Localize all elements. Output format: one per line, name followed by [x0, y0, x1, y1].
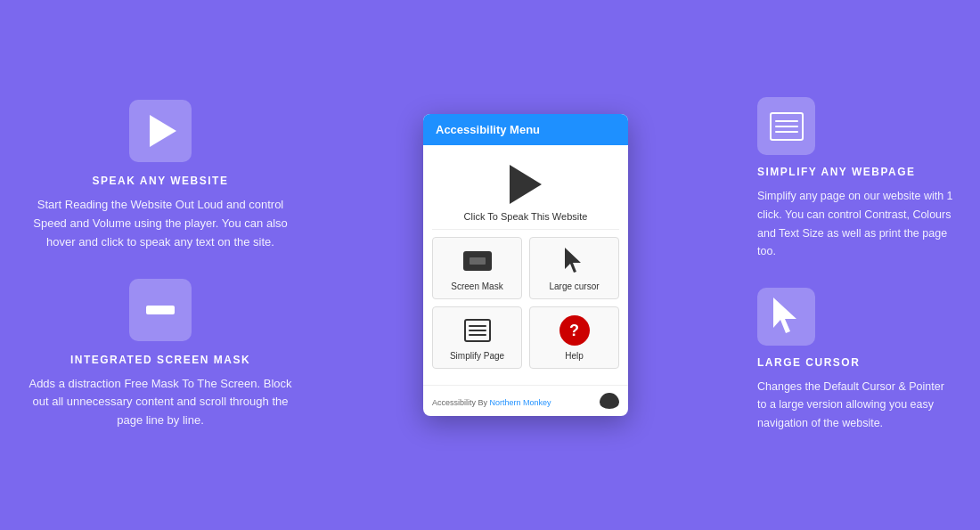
menu-footer: Accessibility By Northern Monkey	[423, 385, 628, 416]
list-line-2	[775, 126, 798, 127]
speak-title: SPEAK ANY WEBSITE	[93, 175, 229, 187]
screen-mask-icon-wrapper	[129, 279, 192, 341]
speak-desc: Start Reading the Website Out Loud and c…	[27, 196, 294, 251]
menu-item-simplify[interactable]: Simplify Page	[432, 306, 522, 369]
left-column: SPEAK ANY WEBSITE Start Reading the Webs…	[27, 100, 294, 430]
svg-marker-1	[773, 298, 796, 333]
large-cursor-right-icon-wrapper	[757, 288, 815, 346]
screen-mask-title: INTEGRATED SCREEN MASK	[70, 354, 250, 366]
menu-header: Accessibility Menu	[423, 114, 628, 145]
footer-link[interactable]: Northern Monkey	[490, 398, 551, 407]
large-cursor-feature-block: LARGE CURSOR Changes the Default Cursor …	[757, 288, 953, 433]
menu-item-screen-mask[interactable]: Screen Mask	[432, 237, 522, 299]
large-cursor-right-icon	[768, 296, 805, 337]
footer-static-text: Accessibility By	[432, 398, 490, 407]
speak-feature-block: SPEAK ANY WEBSITE Start Reading the Webs…	[27, 100, 294, 251]
menu-grid: Screen Mask Large cursor	[432, 237, 619, 369]
simplify-visual	[464, 319, 491, 342]
simplify-right-desc: Simplify any page on our website with 1 …	[757, 187, 953, 261]
large-cursor-right-title: LARGE CURSOR	[757, 356, 860, 369]
simplify-feature-block: SIMPLIFY ANY WEBPAGE Simplify any page o…	[757, 97, 953, 261]
help-menu-label: Help	[565, 351, 584, 361]
minus-icon	[146, 306, 175, 314]
list-icon	[770, 112, 804, 141]
simplify-right-icon-wrapper	[757, 97, 815, 155]
accessibility-menu: Accessibility Menu Click To Speak This W…	[423, 114, 628, 416]
main-container: SPEAK ANY WEBSITE Start Reading the Webs…	[0, 0, 980, 530]
cursor-svg	[561, 246, 588, 276]
center-column: Accessibility Menu Click To Speak This W…	[419, 114, 633, 416]
screen-mask-inner	[470, 257, 486, 265]
right-column: SIMPLIFY ANY WEBPAGE Simplify any page o…	[757, 97, 953, 432]
list-line-1	[775, 120, 798, 122]
large-cursor-menu-label: Large cursor	[549, 281, 599, 291]
speak-section[interactable]: Click To Speak This Website	[432, 154, 619, 230]
simplify-line-3	[469, 334, 486, 336]
list-line-3	[775, 131, 798, 133]
screen-mask-menu-icon	[461, 245, 494, 277]
svg-marker-0	[565, 248, 581, 273]
help-visual: ?	[559, 315, 590, 346]
speak-play-icon	[510, 165, 542, 204]
large-cursor-menu-icon	[559, 245, 591, 277]
menu-item-help[interactable]: ? Help	[529, 306, 619, 369]
large-cursor-right-desc: Changes the Default Cursor & Pointer to …	[757, 378, 953, 433]
screen-mask-desc: Adds a distraction Free Mask To The Scre…	[27, 375, 294, 430]
menu-body: Click To Speak This Website Screen Mask	[423, 145, 628, 385]
simplify-line-2	[469, 330, 486, 331]
simplify-line-1	[469, 325, 486, 327]
screen-mask-menu-label: Screen Mask	[451, 281, 502, 291]
screen-mask-feature-block: INTEGRATED SCREEN MASK Adds a distractio…	[27, 279, 294, 430]
monkey-logo-icon	[600, 393, 619, 409]
simplify-right-title: SIMPLIFY ANY WEBPAGE	[757, 166, 916, 178]
simplify-menu-label: Simplify Page	[450, 351, 504, 361]
speak-icon-wrapper	[129, 100, 192, 162]
simplify-menu-icon	[461, 314, 494, 347]
play-icon	[150, 115, 176, 147]
menu-item-large-cursor[interactable]: Large cursor	[529, 237, 619, 299]
help-menu-icon: ?	[559, 314, 591, 347]
speak-section-label: Click To Speak This Website	[464, 211, 588, 222]
menu-header-label: Accessibility Menu	[436, 123, 540, 136]
screen-mask-visual	[463, 251, 492, 271]
footer-text-wrapper: Accessibility By Northern Monkey	[432, 393, 551, 409]
